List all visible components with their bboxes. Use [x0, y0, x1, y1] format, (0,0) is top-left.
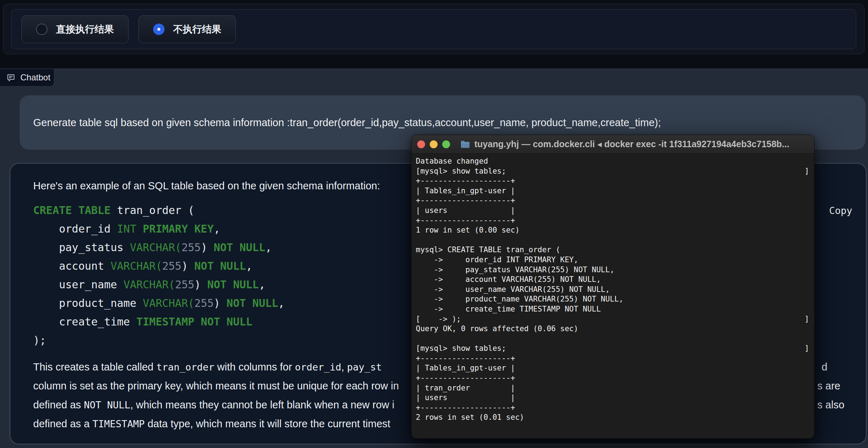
terminal-window[interactable]: tuyang.yhj — com.docker.cli ◂ docker exe…	[411, 135, 814, 439]
terminal-line: -> create_time TIMESTAMP NOT NULL	[416, 304, 809, 314]
terminal-line: | users |	[416, 393, 809, 403]
terminal-line: +--------------------+	[416, 176, 809, 186]
chatbot-tab: Chatbot	[0, 69, 54, 86]
terminal-line: [mysql> show tables;]	[416, 166, 809, 176]
terminal-titlebar[interactable]: tuyang.yhj — com.docker.cli ◂ docker exe…	[412, 135, 814, 154]
page: 直接执行结果 不执行结果 Chatbot Generate table sql …	[0, 0, 868, 448]
terminal-line	[416, 235, 809, 245]
terminal-line: -> pay_status VARCHAR(255) NOT NULL,	[416, 265, 809, 275]
terminal-line: [mysql> show tables;]	[416, 344, 809, 354]
terminal-line: +--------------------+	[416, 403, 809, 413]
terminal-title: tuyang.yhj — com.docker.cli ◂ docker exe…	[474, 139, 789, 149]
terminal-line: | Tables_in_gpt-user |	[416, 363, 809, 373]
chatbot-icon	[6, 73, 15, 82]
terminal-line: 1 row in set (0.00 sec)	[416, 225, 809, 235]
close-window-button[interactable]	[417, 140, 425, 148]
terminal-line: Query OK, 0 rows affected (0.06 sec)	[416, 324, 809, 334]
terminal-line: -> order_id INT PRIMARY KEY,	[416, 255, 809, 265]
copy-button[interactable]: Copy	[829, 205, 852, 216]
terminal-line: +--------------------+	[416, 216, 809, 226]
terminal-line: [ -> );]	[416, 314, 809, 324]
radio-circle-icon[interactable]	[153, 24, 165, 35]
terminal-line: 2 rows in set (0.01 sec)	[416, 413, 809, 423]
terminal-line: -> user_name VARCHAR(255) NOT NULL,	[416, 285, 809, 295]
terminal-line: | tran_order |	[416, 383, 809, 393]
zoom-window-button[interactable]	[442, 140, 450, 148]
terminal-line: | users |	[416, 206, 809, 216]
execution-mode-radio-group: 直接执行结果 不执行结果	[11, 9, 856, 49]
terminal-output: Database changed[mysql> show tables;]+--…	[412, 154, 814, 423]
user-message-text: Generate table sql based on given schema…	[33, 117, 661, 129]
radio-option-direct-execute[interactable]: 直接执行结果	[21, 15, 128, 43]
terminal-line: -> account VARCHAR(255) NOT NULL,	[416, 275, 809, 285]
terminal-line: -> product_name VARCHAR(255) NOT NULL,	[416, 294, 809, 304]
terminal-line: mysql> CREATE TABLE tran_order (	[416, 245, 809, 255]
radio-label: 不执行结果	[173, 23, 221, 36]
terminal-line: Database changed	[416, 156, 809, 166]
terminal-line: +--------------------+	[416, 373, 809, 383]
folder-icon	[460, 140, 470, 148]
radio-option-no-execute[interactable]: 不执行结果	[138, 15, 236, 43]
chatbot-tab-label: Chatbot	[20, 73, 50, 83]
terminal-line: | Tables_in_gpt-user |	[416, 186, 809, 196]
radio-label: 直接执行结果	[56, 23, 114, 36]
terminal-line: +--------------------+	[416, 354, 809, 364]
execution-mode-panel: 直接执行结果 不执行结果	[3, 4, 864, 54]
terminal-line: +--------------------+	[416, 196, 809, 206]
terminal-line	[416, 334, 809, 344]
radio-circle-icon[interactable]	[36, 24, 47, 35]
minimize-window-button[interactable]	[430, 140, 438, 148]
